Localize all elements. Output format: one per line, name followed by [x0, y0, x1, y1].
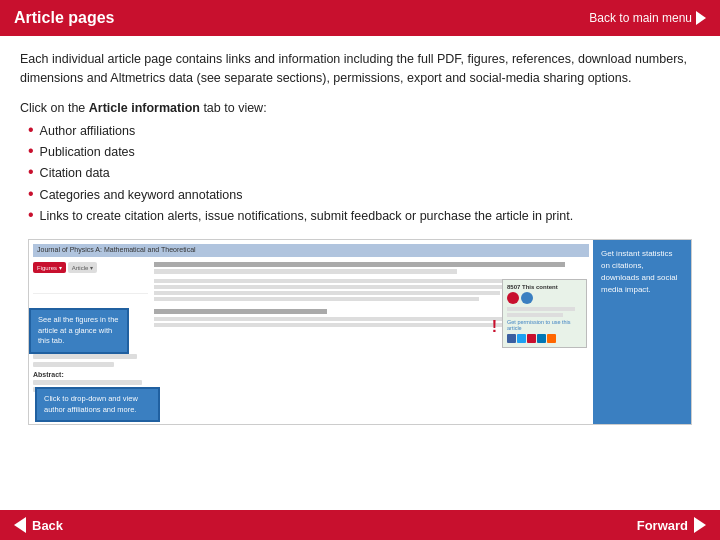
back-to-main-label: Back to main menu — [589, 11, 692, 25]
mock-cite-box: 8507 This content Get permission to use … — [502, 279, 587, 348]
bullet-icon: • — [28, 207, 34, 223]
mock-subtitle-line — [154, 269, 457, 274]
article-mock: Journal of Physics A: Mathematical and T… — [29, 240, 593, 424]
list-item: • Publication dates — [28, 142, 700, 163]
feature-list: • Author affiliations • Publication date… — [20, 121, 700, 227]
list-item: • Author affiliations — [28, 121, 700, 142]
back-to-main-menu[interactable]: Back to main menu — [589, 11, 706, 25]
bullet-icon: • — [28, 143, 34, 159]
figures-callout: See all the figures in the article at a … — [29, 308, 129, 354]
mock-tabs: Figures ▾ Article ▾ — [33, 262, 148, 273]
mock-left-column: See all the figures in the article at a … — [33, 260, 148, 420]
click-instruction: Click on the Article information tab to … — [20, 101, 700, 115]
dropdown-callout: Click to drop-down and view author affil… — [35, 387, 160, 422]
back-arrow-icon — [696, 11, 706, 25]
back-button[interactable]: Back — [14, 517, 63, 533]
mock-journal-header: Journal of Physics A: Mathematical and T… — [33, 244, 589, 257]
bullet-text: Citation data — [40, 163, 110, 184]
footer: Back Forward — [0, 510, 720, 540]
screenshot-mockup: Journal of Physics A: Mathematical and T… — [28, 239, 692, 425]
mock-tab-inactive: Article ▾ — [68, 262, 97, 273]
mock-lines — [33, 354, 148, 367]
bullet-text: Categories and keyword annotations — [40, 185, 243, 206]
forward-arrow-icon — [694, 517, 706, 533]
bullet-text: Links to create citation alerts, issue n… — [40, 206, 574, 227]
main-content: Each individual article page contains li… — [0, 36, 720, 435]
bullet-icon: • — [28, 186, 34, 202]
list-item: • Categories and keyword annotations — [28, 185, 700, 206]
bullet-icon: • — [28, 164, 34, 180]
mock-title-line — [154, 262, 565, 267]
click-suffix: tab to view: — [200, 101, 267, 115]
bullet-text: Publication dates — [40, 142, 135, 163]
back-label: Back — [32, 518, 63, 533]
exclaim-right-icon: ! — [492, 318, 497, 336]
bullet-text: Author affiliations — [40, 121, 136, 142]
article-information-bold: Article information — [89, 101, 200, 115]
stats-callout-panel: Get instant statistics on citations, dow… — [593, 240, 691, 424]
mock-main-area: 8507 This content Get permission to use … — [152, 260, 589, 420]
list-item: • Citation data — [28, 163, 700, 184]
mock-abstract-label: Abstract: — [33, 371, 148, 378]
mock-tab-active: Figures ▾ — [33, 262, 66, 273]
back-arrow-icon — [14, 517, 26, 533]
intro-paragraph: Each individual article page contains li… — [20, 50, 700, 89]
page-title: Article pages — [14, 9, 114, 27]
header: Article pages Back to main menu — [0, 0, 720, 36]
list-item: • Links to create citation alerts, issue… — [28, 206, 700, 227]
bullet-icon: • — [28, 122, 34, 138]
forward-button[interactable]: Forward — [637, 517, 706, 533]
click-prefix: Click on the — [20, 101, 89, 115]
forward-label: Forward — [637, 518, 688, 533]
